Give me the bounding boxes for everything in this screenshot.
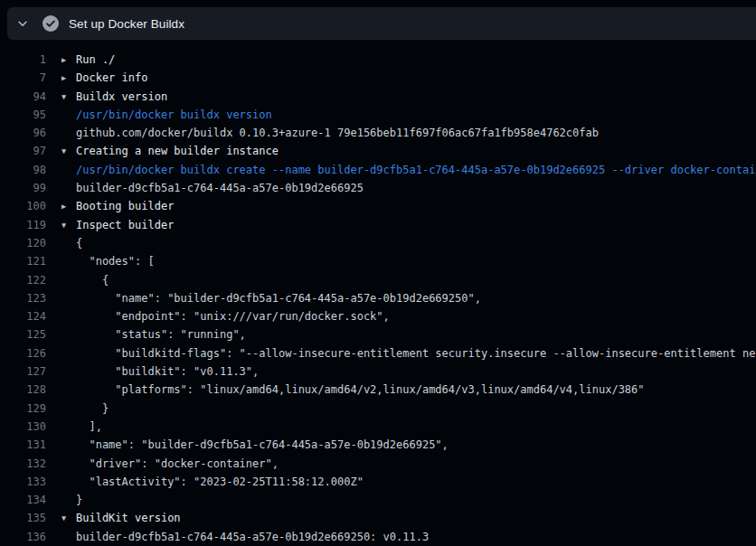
line-number[interactable]: 124 xyxy=(0,307,46,325)
check-circle-icon xyxy=(43,15,59,32)
line-number[interactable]: 95 xyxy=(0,106,46,124)
line-number[interactable]: 94 xyxy=(0,88,46,106)
log-line[interactable]: 135▼BuildKit version xyxy=(0,509,756,527)
log-line: 129 } xyxy=(0,400,756,418)
output-text: "status": "running", xyxy=(46,325,246,344)
log-line: 136builder-d9cfb5a1-c764-445a-a57e-0b19d… xyxy=(0,528,756,546)
log-line: 96github.com/docker/buildx 0.10.3+azure-… xyxy=(0,124,756,142)
line-number[interactable]: 134 xyxy=(0,491,46,509)
line-number[interactable]: 127 xyxy=(0,362,46,381)
log-line: 121 "nodes": [ xyxy=(0,252,756,270)
output-text: "platforms": "linux/amd64,linux/amd64/v2… xyxy=(46,381,645,399)
output-text: "name": "builder-d9cfb5a1-c764-445a-a57e… xyxy=(46,436,449,454)
log-line: 132 "driver": "docker-container", xyxy=(0,455,756,473)
group-collapsed-triangle-icon[interactable]: ▶ xyxy=(61,69,76,87)
command-text: /usr/bin/docker buildx version xyxy=(46,106,272,124)
group-label: Inspect builder xyxy=(76,219,174,231)
output-text: "buildkitd-flags": "--allow-insecure-ent… xyxy=(46,344,756,362)
output-text: builder-d9cfb5a1-c764-445a-a57e-0b19d2e6… xyxy=(46,179,364,197)
line-number[interactable]: 131 xyxy=(0,436,46,454)
log-line[interactable]: 100▶Booting builder xyxy=(0,197,756,215)
group-row-content[interactable]: ▼Buildx version xyxy=(46,88,167,106)
group-expanded-triangle-icon[interactable]: ▼ xyxy=(61,142,76,160)
log-line[interactable]: 94▼Buildx version xyxy=(0,88,756,106)
log-line: 122 { xyxy=(0,271,756,289)
group-row-content[interactable]: ▼BuildKit version xyxy=(46,509,181,527)
line-number[interactable]: 98 xyxy=(0,161,46,179)
group-label: Booting builder xyxy=(76,200,174,212)
output-text: "buildkit": "v0.11.3", xyxy=(46,362,259,381)
output-text: "name": "builder-d9cfb5a1-c764-445a-a57e… xyxy=(46,289,481,307)
group-collapsed-triangle-icon[interactable]: ▶ xyxy=(61,197,76,215)
log-line[interactable]: 1▶Run ./ xyxy=(0,51,756,69)
line-number[interactable]: 129 xyxy=(0,400,46,418)
group-label: Creating a new builder instance xyxy=(76,145,279,157)
group-row-content[interactable]: ▼Creating a new builder instance xyxy=(46,142,279,160)
line-number[interactable]: 123 xyxy=(0,289,46,307)
output-text: github.com/docker/buildx 0.10.3+azure-1 … xyxy=(46,124,599,142)
line-number[interactable]: 100 xyxy=(0,197,46,215)
line-number[interactable]: 125 xyxy=(0,325,46,344)
group-expanded-triangle-icon[interactable]: ▼ xyxy=(61,509,76,527)
step-header-set-up-docker-buildx[interactable]: Set up Docker Buildx xyxy=(7,7,756,40)
group-expanded-triangle-icon[interactable]: ▼ xyxy=(61,88,76,106)
line-number[interactable]: 119 xyxy=(0,216,46,234)
line-number[interactable]: 133 xyxy=(0,473,46,491)
line-number[interactable]: 132 xyxy=(0,455,46,473)
output-text: } xyxy=(46,491,82,509)
output-text: { xyxy=(46,234,82,252)
line-number[interactable]: 130 xyxy=(0,418,46,436)
line-number[interactable]: 96 xyxy=(0,124,46,142)
log-line: 124 "endpoint": "unix:///var/run/docker.… xyxy=(0,307,756,325)
group-row-content[interactable]: ▶Docker info xyxy=(46,69,147,87)
group-row-content[interactable]: ▶Run ./ xyxy=(46,51,115,69)
line-number[interactable]: 122 xyxy=(0,271,46,289)
group-row-content[interactable]: ▶Booting builder xyxy=(46,197,174,215)
line-number[interactable]: 7 xyxy=(0,69,46,87)
actions-log-viewer: Set up Docker Buildx 1▶Run ./7▶Docker in… xyxy=(0,0,756,546)
line-number[interactable]: 99 xyxy=(0,179,46,197)
group-label: BuildKit version xyxy=(76,512,181,524)
log-line: 134} xyxy=(0,491,756,509)
output-text: } xyxy=(46,400,109,418)
log-line: 120{ xyxy=(0,234,756,252)
output-text: builder-d9cfb5a1-c764-445a-a57e-0b19d2e6… xyxy=(46,528,429,546)
step-title: Set up Docker Buildx xyxy=(69,17,184,31)
log-line: 126 "buildkitd-flags": "--allow-insecure… xyxy=(0,344,756,362)
log-line: 128 "platforms": "linux/amd64,linux/amd6… xyxy=(0,381,756,399)
log-line: 133 "lastActivity": "2023-02-25T11:58:12… xyxy=(0,473,756,491)
line-number[interactable]: 126 xyxy=(0,344,46,362)
group-label: Buildx version xyxy=(76,90,167,103)
log-line: 95/usr/bin/docker buildx version xyxy=(0,106,756,124)
group-label: Run ./ xyxy=(76,53,115,66)
log-line[interactable]: 7▶Docker info xyxy=(0,69,756,87)
log-lines: 1▶Run ./7▶Docker info94▼Buildx version95… xyxy=(0,51,756,546)
output-text: "lastActivity": "2023-02-25T11:58:12.000… xyxy=(46,473,364,491)
command-text: /usr/bin/docker buildx create --name bui… xyxy=(46,161,756,179)
output-text: "driver": "docker-container", xyxy=(46,455,279,473)
output-text: ], xyxy=(46,418,102,436)
output-text: "endpoint": "unix:///var/run/docker.sock… xyxy=(46,307,390,325)
line-number[interactable]: 135 xyxy=(0,509,46,527)
chevron-down-icon[interactable] xyxy=(15,16,30,31)
line-number[interactable]: 121 xyxy=(0,252,46,270)
group-label: Docker info xyxy=(76,71,147,84)
log-line: 99builder-d9cfb5a1-c764-445a-a57e-0b19d2… xyxy=(0,179,756,197)
line-number[interactable]: 136 xyxy=(0,528,46,546)
output-text: "nodes": [ xyxy=(46,252,155,270)
line-number[interactable]: 120 xyxy=(0,234,46,252)
group-collapsed-triangle-icon[interactable]: ▶ xyxy=(61,51,76,69)
group-expanded-triangle-icon[interactable]: ▼ xyxy=(61,216,76,234)
log-line: 131 "name": "builder-d9cfb5a1-c764-445a-… xyxy=(0,436,756,454)
log-line: 123 "name": "builder-d9cfb5a1-c764-445a-… xyxy=(0,289,756,307)
output-text: { xyxy=(46,271,109,289)
log-line: 98/usr/bin/docker buildx create --name b… xyxy=(0,161,756,179)
line-number[interactable]: 97 xyxy=(0,142,46,160)
log-line[interactable]: 119▼Inspect builder xyxy=(0,216,756,234)
group-row-content[interactable]: ▼Inspect builder xyxy=(46,216,174,234)
log-line[interactable]: 97▼Creating a new builder instance xyxy=(0,142,756,160)
line-number[interactable]: 1 xyxy=(0,51,46,69)
log-line: 125 "status": "running", xyxy=(0,325,756,344)
log-line: 130 ], xyxy=(0,418,756,436)
line-number[interactable]: 128 xyxy=(0,381,46,399)
